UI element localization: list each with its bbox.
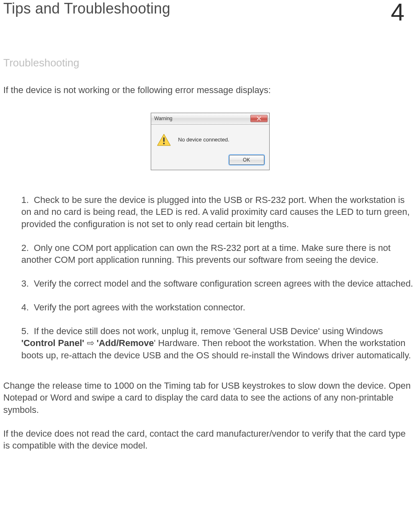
dialog-title: Warning <box>154 116 173 121</box>
step-5: 5. If the device still does not work, un… <box>21 325 414 362</box>
step-4: 4. Verify the port agrees with the works… <box>21 301 414 314</box>
step-text: Verify the correct model and the softwar… <box>34 278 413 289</box>
step-3: 3. Verify the correct model and the soft… <box>21 278 414 290</box>
step-number: 5. <box>21 326 29 336</box>
troubleshooting-steps: 1. Check to be sure the device is plugge… <box>3 194 417 362</box>
close-button[interactable] <box>250 115 268 122</box>
step-text-part: If the device still does not work, unplu… <box>34 326 383 336</box>
chapter-number: 4 <box>391 0 417 25</box>
step-text: Only one COM port application can own th… <box>21 243 390 265</box>
svg-rect-0 <box>163 137 164 142</box>
step-number: 3. <box>21 278 29 289</box>
warning-icon <box>157 134 171 146</box>
step-text: Check to be sure the device is plugged i… <box>21 195 410 229</box>
step-1: 1. Check to be sure the device is plugge… <box>21 194 414 230</box>
page-title: Tips and Troubleshooting <box>3 0 170 17</box>
tail-paragraph-1: Change the release time to 1000 on the T… <box>3 380 414 416</box>
step-number: 2. <box>21 243 29 253</box>
tail-paragraph-2: If the device does not read the card, co… <box>3 428 414 452</box>
warning-dialog: Warning No device connected. <box>151 113 270 170</box>
close-icon <box>257 116 261 121</box>
step-text: Verify the port agrees with the workstat… <box>34 302 245 312</box>
intro-text: If the device is not working or the foll… <box>3 84 417 96</box>
step-2: 2. Only one COM port application can own… <box>21 242 414 266</box>
arrow-icon: ⇨ <box>84 338 96 348</box>
ok-button-label: OK <box>243 157 250 163</box>
dialog-titlebar: Warning <box>151 113 269 125</box>
control-panel-bold: 'Control Panel' <box>21 338 84 348</box>
add-remove-bold: 'Add/Remove <box>97 338 154 348</box>
step-number: 1. <box>21 195 29 205</box>
dialog-message: No device connected. <box>178 137 229 143</box>
section-heading: Troubleshooting <box>3 57 417 69</box>
step-number: 4. <box>21 302 29 312</box>
ok-button[interactable]: OK <box>229 155 264 165</box>
svg-point-1 <box>163 143 165 144</box>
